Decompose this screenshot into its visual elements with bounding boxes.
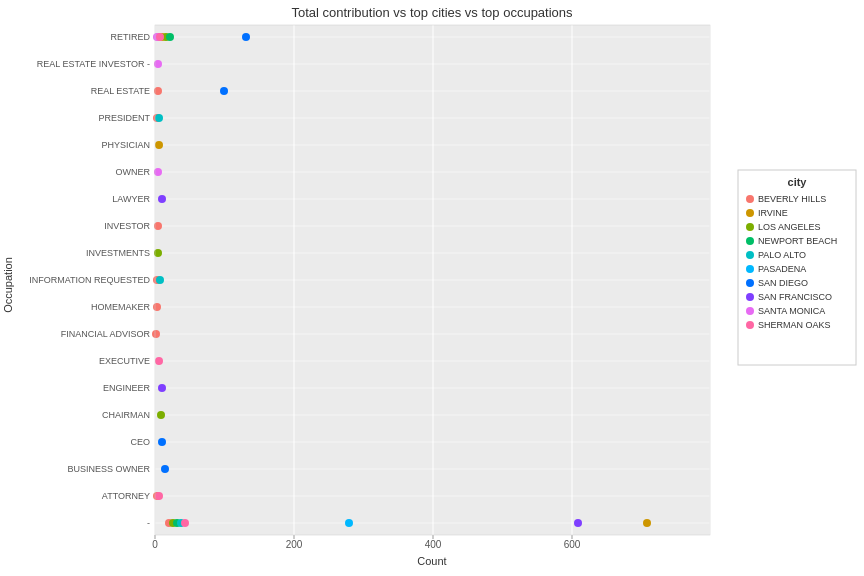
dot — [152, 330, 160, 338]
x-tick-400: 400 — [425, 539, 442, 550]
y-label-re: REAL ESTATE — [91, 86, 150, 96]
dot — [156, 33, 164, 41]
y-label-president: PRESIDENT — [98, 113, 150, 123]
dot — [242, 33, 250, 41]
legend-label-so: SHERMAN OAKS — [758, 320, 831, 330]
legend-label-la: LOS ANGELES — [758, 222, 821, 232]
y-label-ceo: CEO — [130, 437, 150, 447]
x-tick-600: 600 — [564, 539, 581, 550]
legend-dot-pasadena — [746, 265, 754, 273]
x-tick-200: 200 — [286, 539, 303, 550]
dot — [643, 519, 651, 527]
y-label-investments: INVESTMENTS — [86, 248, 150, 258]
legend-label-sm: SANTA MONICA — [758, 306, 825, 316]
y-label-owner: OWNER — [116, 167, 151, 177]
dot — [161, 465, 169, 473]
y-label-lawyer: LAWYER — [112, 194, 150, 204]
legend-dot-sf — [746, 293, 754, 301]
chart-container: Total contribution vs top cities vs top … — [0, 0, 864, 576]
y-label-investor: INVESTOR — [104, 221, 150, 231]
y-label-ir: INFORMATION REQUESTED — [29, 275, 150, 285]
dot — [155, 357, 163, 365]
legend-dot-bh — [746, 195, 754, 203]
legend-dot-la — [746, 223, 754, 231]
dot — [158, 438, 166, 446]
legend-dot-irvine — [746, 209, 754, 217]
legend-dot-sm — [746, 307, 754, 315]
dot — [574, 519, 582, 527]
legend-dot-sd — [746, 279, 754, 287]
dot — [158, 195, 166, 203]
legend-label-pa: PALO ALTO — [758, 250, 806, 260]
chart-title: Total contribution vs top cities vs top … — [291, 5, 573, 20]
y-label-attorney: ATTORNEY — [102, 491, 150, 501]
dot — [158, 384, 166, 392]
legend-dot-nb — [746, 237, 754, 245]
y-label-bo: BUSINESS OWNER — [67, 464, 150, 474]
dot — [155, 114, 163, 122]
legend-label-pasadena: PASADENA — [758, 264, 806, 274]
y-label-dash: - — [147, 518, 150, 528]
y-axis-label: Occupation — [2, 257, 14, 313]
dot — [155, 492, 163, 500]
x-tick-0: 0 — [152, 539, 158, 550]
dot — [155, 141, 163, 149]
legend-title: city — [788, 176, 808, 188]
y-label-fa: FINANCIAL ADVISOR — [61, 329, 151, 339]
legend-dot-pa — [746, 251, 754, 259]
y-label-homemaker: HOMEMAKER — [91, 302, 151, 312]
y-label-engineer: ENGINEER — [103, 383, 151, 393]
legend-label-bh: BEVERLY HILLS — [758, 194, 826, 204]
y-label-executive: EXECUTIVE — [99, 356, 150, 366]
y-label-rei: REAL ESTATE INVESTOR - — [37, 59, 150, 69]
legend-label-nb: NEWPORT BEACH — [758, 236, 837, 246]
dot — [156, 276, 164, 284]
legend-label-sd: SAN DIEGO — [758, 278, 808, 288]
dot — [153, 303, 161, 311]
y-label-physician: PHYSICIAN — [101, 140, 150, 150]
legend-label-sf: SAN FRANCISCO — [758, 292, 832, 302]
y-label-chairman: CHAIRMAN — [102, 410, 150, 420]
dot — [345, 519, 353, 527]
dot — [166, 33, 174, 41]
dot — [181, 519, 189, 527]
dot — [157, 411, 165, 419]
y-label-retired: RETIRED — [110, 32, 150, 42]
legend-label-irvine: IRVINE — [758, 208, 788, 218]
dot — [220, 87, 228, 95]
legend-dot-so — [746, 321, 754, 329]
x-axis-label: Count — [417, 555, 446, 567]
